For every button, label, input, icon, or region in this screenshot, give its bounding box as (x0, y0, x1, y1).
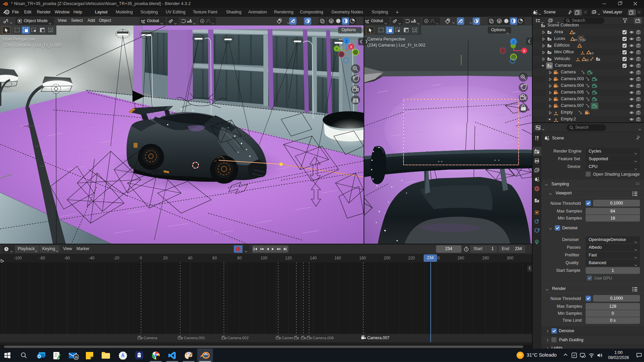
svg-text:25: 25 (74, 355, 78, 359)
svg-text:Z: Z (345, 39, 348, 43)
svg-text:!: ! (158, 356, 159, 360)
svg-text:Z: Z (513, 40, 515, 44)
svg-text:X: X (523, 49, 525, 53)
svg-text:X: X (350, 45, 352, 49)
svg-text:Y: Y (335, 47, 338, 51)
